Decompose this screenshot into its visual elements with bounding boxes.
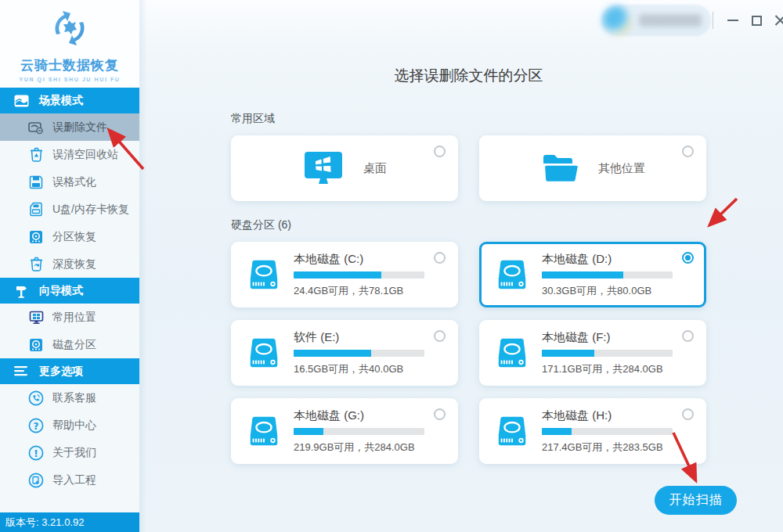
- common-area-label: 常用区域: [231, 112, 706, 126]
- minimize-button[interactable]: [723, 11, 742, 30]
- sidebar-item-deleted-files[interactable]: 误删除文件: [0, 113, 139, 141]
- sidebar-item-label: 误删除文件: [52, 120, 107, 135]
- folder-delete-icon: [28, 120, 44, 135]
- radio-disk-g[interactable]: [434, 408, 446, 420]
- desktop-windows-icon: [302, 148, 345, 189]
- disk-usage-bar: [542, 271, 673, 279]
- start-scan-button[interactable]: 开始扫描: [655, 486, 737, 515]
- location-card-label: 桌面: [363, 161, 387, 176]
- radio-disk-d[interactable]: [682, 252, 694, 264]
- sidebar-item-about-us[interactable]: ! 关于我们: [0, 439, 139, 466]
- radio-desktop[interactable]: [434, 146, 446, 157]
- sidebar-item-formatted[interactable]: 误格式化: [0, 168, 139, 196]
- sidebar-item-label: 误清空回收站: [52, 148, 118, 162]
- sidebar-item-common-locations[interactable]: 常用位置: [0, 304, 139, 331]
- titlebar-divider: [713, 12, 713, 29]
- phone-circle-icon: [28, 390, 44, 406]
- disk-usage-bar: [542, 428, 673, 435]
- disk-usage-fill: [294, 271, 381, 279]
- sidebar-item-partition-recovery[interactable]: 分区恢复: [0, 223, 139, 250]
- sidebar: 云骑士数据恢复 YUN QI SHI SHU JU HUI FU 场景模式 误删…: [0, 0, 139, 532]
- disk-usage-fill: [542, 428, 572, 435]
- disk-usage-text: 16.5GB可用，共40.0GB: [294, 362, 424, 376]
- disk-name: 软件 (E:): [294, 330, 424, 345]
- sidebar-item-contact-support[interactable]: 联系客服: [0, 384, 139, 412]
- disk-usage-bar: [542, 350, 673, 357]
- disk-name: 本地磁盘 (F:): [542, 330, 673, 345]
- disk-card-f[interactable]: 本地磁盘 (F:) 171.1GB可用，共284.0GB: [479, 320, 706, 386]
- scene-mode-icon: [14, 95, 29, 107]
- import-circle-icon: [28, 473, 44, 488]
- version-label: 版本号: 3.21.0.92: [5, 516, 84, 530]
- sidebar-item-label: 联系客服: [52, 391, 96, 405]
- sidebar-item-emptied-recycle-bin[interactable]: 误清空回收站: [0, 141, 139, 168]
- hard-drive-icon: [494, 335, 530, 371]
- disk-usage-bar: [294, 271, 424, 279]
- disk-usage-bar: [294, 428, 424, 435]
- disk-card-h[interactable]: 本地磁盘 (H:) 217.4GB可用，共283.5GB: [479, 398, 706, 464]
- sidebar-header-guide-mode: 向导模式: [0, 278, 139, 304]
- main-panel: 选择误删除文件的分区 常用区域 桌面: [139, 0, 783, 532]
- sidebar-item-deep-recovery[interactable]: 深度恢复: [0, 250, 139, 278]
- hard-drive-icon: [246, 335, 282, 371]
- radio-disk-e[interactable]: [434, 330, 446, 342]
- question-circle-icon: ?: [28, 418, 44, 433]
- memory-card-icon: [28, 202, 44, 217]
- disk-card-e[interactable]: 软件 (E:) 16.5GB可用，共40.0GB: [231, 320, 458, 386]
- page-title: 选择误删除文件的分区: [231, 66, 706, 86]
- hard-drive-icon: [246, 413, 282, 449]
- sidebar-item-label: 关于我们: [52, 446, 96, 460]
- brand-tagline: YUN QI SHI SHU JU HUI FU: [0, 77, 139, 82]
- sidebar-header-label: 场景模式: [39, 94, 83, 108]
- signpost-icon: [14, 285, 29, 297]
- disk-usage-text: 217.4GB可用，共283.5GB: [542, 440, 673, 455]
- sidebar-header-scene-mode: 场景模式: [0, 88, 139, 113]
- maximize-button[interactable]: [747, 11, 766, 30]
- sidebar-item-label: 深度恢复: [52, 257, 96, 271]
- sidebar-item-disk-partitions[interactable]: 磁盘分区: [0, 331, 139, 358]
- content-area: 选择误删除文件的分区 常用区域 桌面: [231, 0, 706, 464]
- disk-usage-text: 171.1GB可用，共284.0GB: [542, 362, 673, 376]
- close-icon: [774, 15, 783, 27]
- disk-card-g[interactable]: 本地磁盘 (G:) 219.9GB可用，共284.0GB: [231, 398, 458, 464]
- location-card-desktop[interactable]: 桌面: [231, 135, 458, 201]
- sidebar-item-label: 帮助中心: [52, 419, 96, 433]
- sidebar-item-label: 分区恢复: [52, 230, 96, 244]
- disk-usage-fill: [542, 350, 594, 357]
- minimize-icon: [727, 20, 738, 21]
- brand-name: 云骑士数据恢复: [0, 56, 139, 74]
- disk-usage-text: 219.9GB可用，共284.0GB: [294, 440, 424, 455]
- floppy-icon: [28, 174, 44, 190]
- disk-usage-fill: [294, 428, 323, 435]
- disk-grid: 本地磁盘 (C:) 24.4GB可用，共78.1GB: [231, 242, 706, 464]
- radio-disk-c[interactable]: [434, 252, 446, 264]
- exclaim-circle-icon: !: [28, 445, 44, 461]
- disk-name: 本地磁盘 (G:): [294, 408, 424, 423]
- hamburger-icon: [14, 365, 29, 378]
- disk-usage-fill: [542, 271, 623, 279]
- radio-other-location[interactable]: [682, 146, 694, 157]
- disk-usage-bar: [294, 350, 424, 357]
- brand-logo-icon: [45, 5, 94, 52]
- monitor-icon: [28, 310, 44, 325]
- hard-drive-icon: [246, 257, 282, 293]
- close-button[interactable]: [770, 11, 783, 30]
- svg-text:!: !: [34, 448, 38, 458]
- hard-drive-icon: [494, 413, 530, 449]
- open-folder-icon: [540, 151, 579, 185]
- sidebar-item-help-center[interactable]: ? 帮助中心: [0, 412, 139, 439]
- radio-disk-f[interactable]: [682, 330, 694, 342]
- disk-card-d[interactable]: 本地磁盘 (D:) 30.3GB可用，共80.0GB: [479, 242, 706, 307]
- disk-partitions-label: 硬盘分区 (6): [231, 218, 706, 232]
- version-bar: 版本号: 3.21.0.92: [0, 512, 139, 532]
- sidebar-header-label: 更多选项: [39, 365, 83, 379]
- sidebar-header-label: 向导模式: [39, 284, 83, 298]
- sidebar-item-import-project[interactable]: 导入工程: [0, 466, 139, 494]
- radio-disk-h[interactable]: [682, 408, 694, 420]
- svg-text:?: ?: [34, 420, 39, 431]
- location-card-other[interactable]: 其他位置: [479, 135, 706, 201]
- disk-card-c[interactable]: 本地磁盘 (C:) 24.4GB可用，共78.1GB: [231, 242, 458, 307]
- sidebar-item-label: U盘/内存卡恢复: [52, 203, 129, 217]
- common-area-grid: 桌面 其他位置: [231, 135, 706, 201]
- sidebar-item-usb-memory-card[interactable]: U盘/内存卡恢复: [0, 196, 139, 223]
